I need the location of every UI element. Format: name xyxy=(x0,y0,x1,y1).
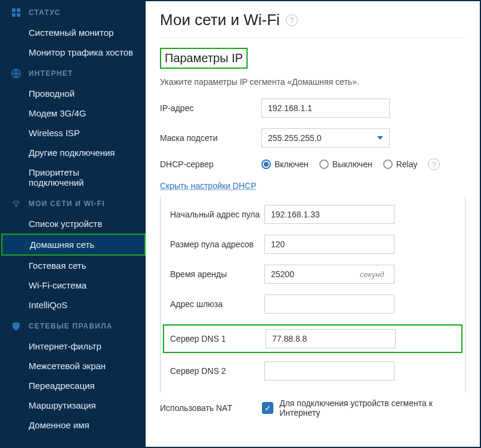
section-label: ИНТЕРНЕТ xyxy=(29,69,73,78)
sidebar-item-home-network[interactable]: Домашняя сеть xyxy=(1,234,146,256)
grid-icon xyxy=(11,7,21,18)
svg-rect-1 xyxy=(17,8,20,12)
section-label: МОИ СЕТИ И WI-FI xyxy=(29,200,105,208)
sidebar-item-wired[interactable]: Проводной xyxy=(1,84,146,103)
dns1-label: Сервер DNS 1 xyxy=(170,334,266,343)
svg-rect-2 xyxy=(12,13,16,17)
dns1-input[interactable] xyxy=(266,329,396,348)
pool-size-label: Размер пула адресов xyxy=(170,240,264,249)
mask-select[interactable]: 255.255.255.0 xyxy=(261,128,390,148)
lease-label: Время аренды xyxy=(170,269,264,279)
section-label: СЕТЕВЫЕ ПРАВИЛА xyxy=(29,322,112,330)
sidebar-item-intelliqos[interactable]: IntelliQoS xyxy=(1,295,146,315)
radio-dhcp-off[interactable]: Выключен xyxy=(319,159,372,169)
gateway-label: Адрес шлюза xyxy=(170,299,264,309)
sidebar-item-traffic-monitor[interactable]: Монитор трафика хостов xyxy=(1,42,146,62)
help-icon[interactable]: ? xyxy=(428,158,440,170)
hide-dhcp-link[interactable]: Скрыть настройки DHCP xyxy=(160,181,257,191)
sidebar-item-device-list[interactable]: Список устройств xyxy=(1,214,146,234)
lease-input[interactable] xyxy=(264,265,394,284)
main-content: Мои сети и Wi-Fi ? Параметры IP Укажите … xyxy=(146,1,480,447)
sidebar-item-other-conn[interactable]: Другие подключения xyxy=(1,143,146,162)
dhcp-settings: Начальный адрес пула Размер пула адресов… xyxy=(160,197,465,392)
sidebar: СТАТУС Системный монитор Монитор трафика… xyxy=(1,1,146,447)
mask-label: Маска подсети xyxy=(160,133,261,143)
svg-point-5 xyxy=(16,205,17,207)
sidebar-item-routing[interactable]: Маршрутизация xyxy=(1,395,146,415)
dhcp-label: DHCP-сервер xyxy=(160,159,261,169)
sidebar-item-wifi-system[interactable]: Wi-Fi-система xyxy=(1,275,146,295)
dhcp-radio-group: Включен Выключен Relay ? xyxy=(261,158,440,170)
sidebar-item-guest-network[interactable]: Гостевая сеть xyxy=(1,256,146,275)
radio-dhcp-on[interactable]: Включен xyxy=(261,159,309,169)
sidebar-item-priorities[interactable]: Приоритеты подключений xyxy=(1,162,146,192)
sidebar-section-internet[interactable]: ИНТЕРНЕТ xyxy=(1,62,146,84)
sidebar-section-wifi[interactable]: МОИ СЕТИ И WI-FI xyxy=(1,192,146,214)
nat-label: Использовать NAT xyxy=(160,403,256,413)
sidebar-section-rules[interactable]: СЕТЕВЫЕ ПРАВИЛА xyxy=(1,315,146,336)
help-icon[interactable]: ? xyxy=(286,14,298,26)
chevron-down-icon xyxy=(377,136,383,140)
ip-label: IP-адрес xyxy=(160,103,261,113)
divider xyxy=(160,38,465,38)
sidebar-item-firewall[interactable]: Межсетевой экран xyxy=(1,356,146,376)
dns2-label: Сервер DNS 2 xyxy=(170,366,264,376)
pool-size-input[interactable] xyxy=(264,235,394,254)
sidebar-item-modem[interactable]: Модем 3G/4G xyxy=(1,103,146,123)
sidebar-section-status[interactable]: СТАТУС xyxy=(1,1,146,23)
shield-icon xyxy=(11,321,21,332)
nat-checkbox[interactable]: ✓ xyxy=(262,402,273,414)
page-title: Мои сети и Wi-Fi ? xyxy=(160,1,465,34)
globe-icon xyxy=(11,68,21,79)
sidebar-item-port-forward[interactable]: Переадресация xyxy=(1,376,146,395)
sidebar-item-wireless-isp[interactable]: Wireless ISP xyxy=(1,123,146,143)
dns2-input[interactable] xyxy=(264,361,394,381)
mask-value: 255.255.255.0 xyxy=(268,133,322,143)
pool-start-label: Начальный адрес пула xyxy=(170,210,264,219)
gateway-input[interactable] xyxy=(264,294,394,314)
sidebar-item-system-monitor[interactable]: Системный монитор xyxy=(1,23,146,42)
sidebar-item-domain-name[interactable]: Доменное имя xyxy=(1,415,146,435)
ip-input[interactable] xyxy=(261,99,390,118)
section-subtext: Укажите параметры IP сегмента «Домашняя … xyxy=(160,77,465,87)
section-title-highlight: Параметры IP xyxy=(160,48,248,69)
radio-dhcp-relay[interactable]: Relay xyxy=(383,159,418,169)
svg-rect-3 xyxy=(17,13,20,17)
nat-description: Для подключения устройств сегмента к Инт… xyxy=(279,398,465,418)
pool-start-input[interactable] xyxy=(264,205,394,224)
sidebar-item-internet-filter[interactable]: Интернет-фильтр xyxy=(1,336,146,356)
svg-rect-0 xyxy=(12,8,16,12)
section-label: СТАТУС xyxy=(29,8,61,17)
dns1-row-highlight: Сервер DNS 1 xyxy=(163,324,462,353)
wifi-icon xyxy=(11,198,21,209)
section-title: Параметры IP xyxy=(161,49,246,67)
